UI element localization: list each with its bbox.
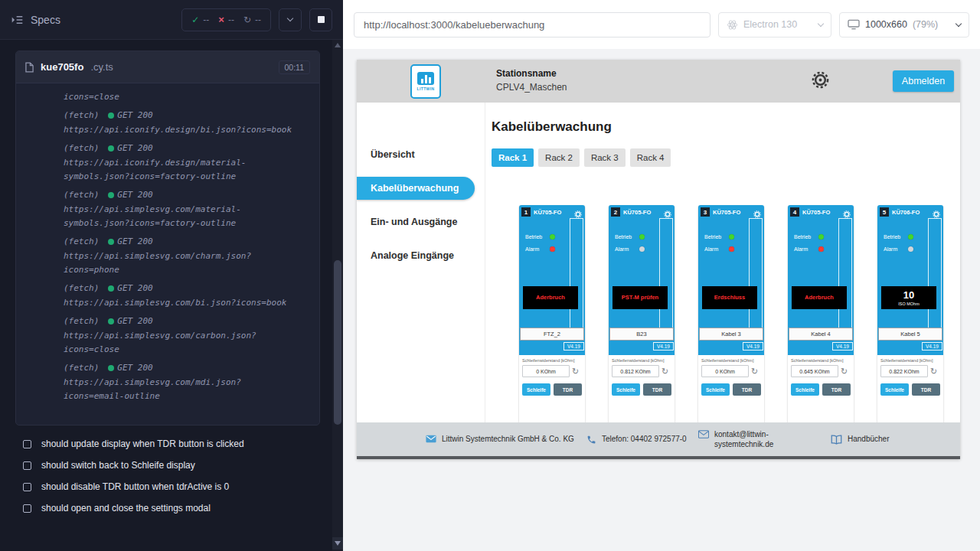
sidebar-item-analoge-eingaenge[interactable]: Analoge Eingänge xyxy=(357,239,485,272)
refresh-icon[interactable]: ↻ xyxy=(841,367,848,376)
tdr-button[interactable]: TDR xyxy=(643,383,671,396)
app-footer: Littwin Systemtechnik GmbH & Co. KG Tele… xyxy=(357,422,960,456)
log-entry-fetch[interactable]: (fetch) GET 200 xyxy=(64,142,299,155)
browser-pane: http://localhost:3000/kabelueberwachung … xyxy=(343,0,980,551)
test-state-icon xyxy=(23,504,31,513)
app-bottom-scrollbar[interactable] xyxy=(357,456,960,459)
log-entry-fetch[interactable]: (fetch) GET 200 xyxy=(64,235,299,249)
refresh-icon[interactable]: ↻ xyxy=(572,367,579,376)
betrieb-led xyxy=(908,234,913,240)
scroll-down-button[interactable] xyxy=(332,537,343,549)
logo-icon xyxy=(417,72,434,85)
footer-company[interactable]: Littwin Systemtechnik GmbH & Co. KG xyxy=(426,434,576,445)
cypress-runner-panel: Specs ✓ -- × -- ↻ -- xyxy=(0,0,343,551)
footer-manuals[interactable]: Handbücher xyxy=(831,434,889,445)
refresh-icon[interactable]: ↻ xyxy=(662,367,668,376)
chevron-down-icon xyxy=(818,20,824,26)
log-entry-fetch[interactable]: (fetch) GET 200 xyxy=(64,188,299,202)
betrieb-indicator: Betrieb xyxy=(884,234,913,240)
log-entry-url[interactable]: https://api.simplesvg.com/mdi.json?icons… xyxy=(64,376,299,403)
schleife-button[interactable]: Schleife xyxy=(701,383,730,396)
tdr-button[interactable]: TDR xyxy=(822,383,851,396)
device-model: KÜ705-FO xyxy=(534,209,561,216)
betrieb-indicator: Betrieb xyxy=(525,234,555,240)
alarm-led xyxy=(639,246,645,252)
log-entry-url[interactable]: https://api.simplesvg.com/material-symbo… xyxy=(64,203,299,230)
log-entry-fetch[interactable]: (fetch) GET 200 xyxy=(64,109,299,122)
browser-select[interactable]: Electron 130 xyxy=(718,12,831,37)
refresh-icon[interactable]: ↻ xyxy=(930,367,937,376)
tab-rack-3[interactable]: Rack 3 xyxy=(584,148,626,167)
gear-icon xyxy=(933,210,940,218)
viewport-select[interactable]: 1000x660 (79%) xyxy=(839,12,969,37)
test-state-icon xyxy=(23,440,31,448)
alarm-indicator: Alarm xyxy=(704,246,734,252)
device-cards: 1 KÜ705-FO Betrieb xyxy=(519,205,943,458)
footer-email[interactable]: kontakt@littwin-systemtechnik.de xyxy=(698,429,808,450)
schleife-button[interactable]: Schleife xyxy=(791,383,819,396)
betrieb-led xyxy=(550,234,555,240)
test-state-icon xyxy=(23,483,31,491)
gear-icon xyxy=(664,210,671,218)
scroll-up-icon[interactable] xyxy=(335,43,341,47)
sidebar-item-uebersicht[interactable]: Übersicht xyxy=(357,138,485,171)
gear-icon xyxy=(843,210,851,218)
littwin-logo: LITTWIN xyxy=(410,64,441,99)
settings-button[interactable] xyxy=(812,71,829,92)
footer-phone[interactable]: Telefon: 04402 972577-0 xyxy=(586,434,688,445)
stop-icon xyxy=(318,16,325,23)
tdr-button[interactable]: TDR xyxy=(733,383,761,396)
measurement-value: 0 KOhm xyxy=(701,365,749,377)
schleife-button[interactable]: Schleife xyxy=(522,383,550,396)
specs-icon xyxy=(11,15,24,25)
log-entry-fetch[interactable]: (fetch) GET 200 xyxy=(64,315,299,328)
success-dot-icon xyxy=(108,285,114,292)
test-item[interactable]: should open and close the settings modal xyxy=(0,497,329,519)
sidebar-item-kabelueberwachung[interactable]: Kabelüberwachung xyxy=(357,171,485,205)
scrollbar-thumb[interactable] xyxy=(334,260,341,425)
test-item[interactable]: should switch back to Schleife display xyxy=(0,455,329,476)
device-model: KÜ705-FO xyxy=(713,209,740,216)
tab-rack-1[interactable]: Rack 1 xyxy=(492,148,534,167)
log-entry[interactable]: icons=close xyxy=(64,90,299,104)
log-entry-fetch[interactable]: (fetch) GET 200 xyxy=(64,361,299,375)
tab-rack-4[interactable]: Rack 4 xyxy=(630,148,671,167)
schleife-button[interactable]: Schleife xyxy=(880,383,909,396)
screen: Specs ✓ -- × -- ↻ -- xyxy=(0,0,980,551)
spec-header[interactable]: kue705fo .cy.ts 00:11 xyxy=(16,51,319,83)
device-card: 1 KÜ705-FO Betrieb xyxy=(519,205,585,458)
status-display: Aderbruch xyxy=(523,286,578,309)
measurement-value: 0.645 KOhm xyxy=(791,365,838,377)
log-entry-url[interactable]: https://api.simplesvg.com/carbon.json?ic… xyxy=(64,329,299,357)
logout-button[interactable]: Abmelden xyxy=(893,70,954,92)
log-entry-url[interactable]: https://api.simplesvg.com/charm.json?ico… xyxy=(64,249,299,277)
slot-number: 5 xyxy=(880,207,889,217)
test-item[interactable]: should disable TDR button when tdrActive… xyxy=(0,476,329,497)
log-entry-url[interactable]: https://api.simplesvg.com/bi.json?icons=… xyxy=(64,296,299,310)
schleife-button[interactable]: Schleife xyxy=(612,383,640,396)
book-icon xyxy=(831,435,842,445)
log-entry-url[interactable]: https://api.iconify.design/bi.json?icons… xyxy=(64,123,299,137)
cable-name-field: Kabel 4 xyxy=(789,328,853,341)
tdr-button[interactable]: TDR xyxy=(912,383,940,396)
cable-name-field: B23 xyxy=(609,328,674,341)
sidebar-item-ein-und-ausgaenge[interactable]: Ein- und Ausgänge xyxy=(357,205,485,239)
tdr-button[interactable]: TDR xyxy=(554,383,582,396)
log-entry-url[interactable]: https://api.iconify.design/material-symb… xyxy=(64,156,299,184)
tab-rack-2[interactable]: Rack 2 xyxy=(538,148,580,167)
stat-pending: ↻ -- xyxy=(243,15,261,25)
log-entry-fetch[interactable]: (fetch) GET 200 xyxy=(64,282,299,295)
aut-stage: LITTWIN Stationsname CPLV4_Maschen Abmel xyxy=(343,49,980,551)
collapse-button[interactable] xyxy=(279,8,302,31)
success-dot-icon xyxy=(108,239,114,245)
test-item[interactable]: should update display when TDR button is… xyxy=(0,433,329,455)
device-model: KÜ705-FO xyxy=(623,209,651,216)
spec-name: kue705fo xyxy=(41,61,83,73)
refresh-icon[interactable]: ↻ xyxy=(751,367,758,376)
specs-button[interactable]: Specs xyxy=(11,14,60,26)
url-input[interactable]: http://localhost:3000/kabelueberwachung xyxy=(354,12,710,37)
success-dot-icon xyxy=(108,112,114,119)
status-display: 10 ISO MOhm xyxy=(881,286,936,309)
scrollbar[interactable] xyxy=(332,40,343,551)
stop-button[interactable] xyxy=(309,8,332,31)
